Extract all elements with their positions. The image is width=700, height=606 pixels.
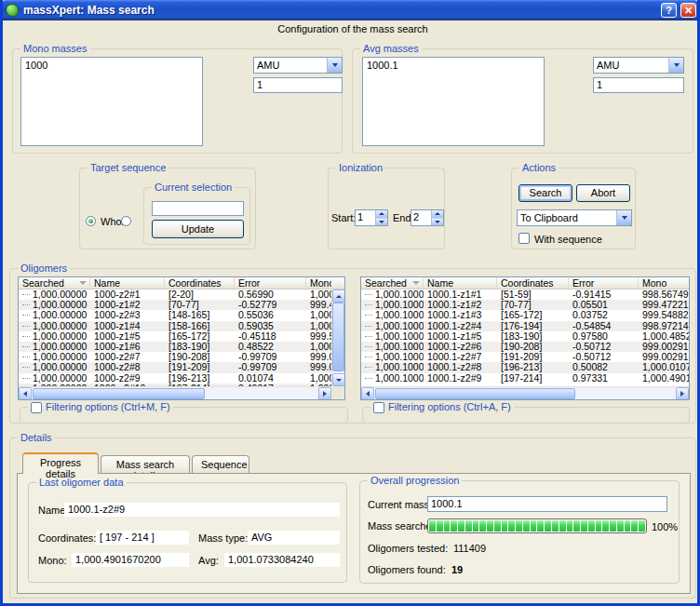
end-spinbox[interactable]: 2	[411, 209, 444, 226]
table-row[interactable]: 1,000.000001000-z2#3[148-165]0.550361,00…	[19, 310, 331, 320]
sort-indicator-icon	[79, 281, 87, 285]
scroll-right-icon[interactable]	[318, 387, 331, 400]
avg-value: 1,001.0733084240	[224, 553, 340, 567]
table-row[interactable]: 1,000.000001000-z1#6[183-190]0.485221,00…	[19, 342, 331, 352]
destination-combo[interactable]: To Clipboard	[517, 209, 632, 226]
table-row[interactable]: 1,000.100001000.1-z2#4[176-194]-0.548549…	[361, 321, 689, 331]
current-selection-input[interactable]	[152, 201, 244, 216]
chevron-down-icon[interactable]	[327, 58, 342, 73]
chevron-down-icon[interactable]	[616, 210, 631, 225]
avg-unit-combo[interactable]: AMU	[593, 57, 684, 74]
cell: 999.47221	[639, 300, 689, 310]
table-row[interactable]: 1,000.000001000-z2#1[2-20]0.569901,000.5…	[19, 290, 331, 300]
column-header-searched[interactable]: Searched	[361, 277, 424, 289]
with-sequence-checkbox[interactable]	[518, 233, 530, 244]
avg-tolerance-input[interactable]: 1	[593, 77, 684, 93]
scroll-thumb[interactable]	[375, 388, 575, 399]
mono-tolerance-input[interactable]: 1	[253, 77, 343, 93]
tab-mass-search-details[interactable]: Mass search details	[101, 455, 190, 474]
table-row[interactable]: 1,000.000001000-z2#9[196-213]0.010741,00…	[19, 373, 331, 384]
column-header-coordinates[interactable]: Coordinates	[497, 277, 569, 289]
cell: 1,000.56990	[306, 290, 331, 300]
table-row[interactable]: 1,000.100001000.1-z2#8[196-213]0.500821,…	[361, 362, 689, 372]
help-button[interactable]: ?	[661, 3, 677, 18]
selection-radio[interactable]	[121, 216, 131, 226]
table-row[interactable]: 1,000.100001000.1-z1#5[183-190]0.975801,…	[361, 331, 689, 342]
avg-mass-list[interactable]: 1000.1	[362, 57, 545, 146]
progress-segment	[625, 520, 631, 532]
horizontal-scrollbar[interactable]	[361, 386, 689, 399]
spin-down-icon[interactable]	[432, 218, 443, 226]
table-row[interactable]: 1,000.000001000-z2#8[191-209]-0.99709999…	[19, 362, 331, 372]
whole-radio[interactable]	[86, 216, 96, 226]
with-sequence-label: With sequence	[534, 234, 602, 245]
current-mass-field[interactable]: 1000.1	[427, 496, 667, 512]
cell: 998.97214	[639, 321, 689, 331]
table-row[interactable]: 1,000.000001000-z1#4[158-166]0.590351,00…	[19, 321, 331, 331]
table-row[interactable]: 1,000.000001000-z1#5[165-172]-0.45118999…	[19, 331, 331, 342]
table-row[interactable]: 1,000.100001000.1-z1#1[51-59]-0.91415998…	[361, 290, 689, 300]
coordinates-label: Coordinates:	[38, 532, 96, 544]
scroll-left-icon[interactable]	[361, 387, 374, 400]
progress-segment	[631, 520, 638, 532]
cell: [51-59]	[497, 290, 569, 300]
close-button[interactable]: ✕	[680, 3, 696, 18]
mono-filtering-checkbox[interactable]	[31, 402, 42, 413]
scroll-thumb[interactable]	[332, 303, 344, 371]
mono-mass-list[interactable]: 1000	[20, 57, 203, 146]
mono-masses-group: Mono masses 1000 AMU 1	[12, 48, 343, 154]
table-row[interactable]: 1,000.100001000.1-z2#7[191-209]-0.507129…	[361, 352, 689, 362]
table-row[interactable]: 1,000.000001000-z1#2[70-77]-0.52779999.4…	[19, 300, 331, 310]
cell: 1,000.00000	[19, 362, 90, 372]
column-header-name[interactable]: Name	[424, 277, 497, 289]
scroll-down-icon[interactable]	[332, 373, 345, 386]
table-header[interactable]: Searched Name Coordinates Error Mono	[361, 277, 689, 290]
titlebar[interactable]: massXpert: Mass search ? ✕	[0, 0, 700, 20]
avg-results-table[interactable]: Searched Name Coordinates Error Mono 1,0…	[360, 276, 690, 400]
progress-segment	[502, 520, 508, 532]
spin-down-icon[interactable]	[376, 218, 387, 226]
column-header-searched[interactable]: Searched	[19, 277, 90, 289]
column-header-coordinates[interactable]: Coordinates	[165, 277, 235, 289]
last-oligomer-group: Last oligomer data Name: 1000.1-z2#9 Coo…	[28, 482, 347, 583]
chevron-down-icon[interactable]	[668, 58, 683, 73]
table-row[interactable]: 1,000.100001000.1-z2#6[190-208]-0.507129…	[361, 342, 689, 352]
update-button[interactable]: Update	[152, 220, 244, 238]
tab-sequence[interactable]: Sequence	[192, 455, 249, 474]
cell: 1,000.10000	[361, 342, 424, 352]
avg-masses-group: Avg masses 1000.1 AMU 1	[352, 48, 693, 154]
config-label: Configuration of the mass search	[3, 23, 700, 34]
scroll-left-icon[interactable]	[19, 387, 32, 400]
mono-unit-combo[interactable]: AMU	[253, 57, 343, 74]
progress-segment	[437, 520, 443, 532]
cell: 0.05501	[569, 300, 639, 310]
search-button[interactable]: Search	[518, 184, 572, 202]
cell: [70-77]	[497, 300, 569, 310]
column-header-name[interactable]: Name	[90, 277, 165, 289]
scroll-thumb[interactable]	[33, 388, 205, 399]
column-header-error[interactable]: Error	[235, 277, 306, 289]
table-row[interactable]: 1,000.100001000.1-z1#2[70-77]0.05501999.…	[361, 300, 689, 310]
column-header-error[interactable]: Error	[569, 277, 639, 289]
cell: 1000.1-z2#9	[424, 373, 497, 384]
mono-results-table[interactable]: Searched Name Coordinates Error Mono 1,0…	[18, 276, 345, 400]
abort-button[interactable]: Abort	[576, 184, 630, 202]
tab-progress-details[interactable]: Progress details	[22, 452, 99, 474]
vertical-scrollbar[interactable]	[331, 290, 344, 386]
table-header[interactable]: Searched Name Coordinates Error Mono	[19, 277, 344, 290]
cell: 1,000.00000	[19, 331, 90, 342]
table-row[interactable]: 1,000.100001000.1-z1#3[165-172]0.0375299…	[361, 310, 689, 320]
spin-up-icon[interactable]	[376, 210, 387, 218]
column-header-mono[interactable]: Mono	[306, 277, 331, 289]
table-row[interactable]: 1,000.100001000.1-z2#9[197-214]0.973311,…	[361, 373, 689, 384]
horizontal-scrollbar[interactable]	[19, 386, 331, 399]
column-header-mono[interactable]: Mono	[639, 277, 689, 289]
spin-up-icon[interactable]	[432, 210, 443, 218]
start-spinbox[interactable]: 1	[355, 209, 388, 226]
avg-filtering-checkbox[interactable]	[373, 402, 384, 413]
progress-segment	[523, 520, 530, 532]
table-row[interactable]: 1,000.000001000-z2#7[190-208]-0.99709999…	[19, 352, 331, 362]
scroll-right-icon[interactable]	[676, 387, 689, 400]
destination-value: To Clipboard	[518, 211, 616, 224]
scroll-up-icon[interactable]	[332, 290, 345, 303]
